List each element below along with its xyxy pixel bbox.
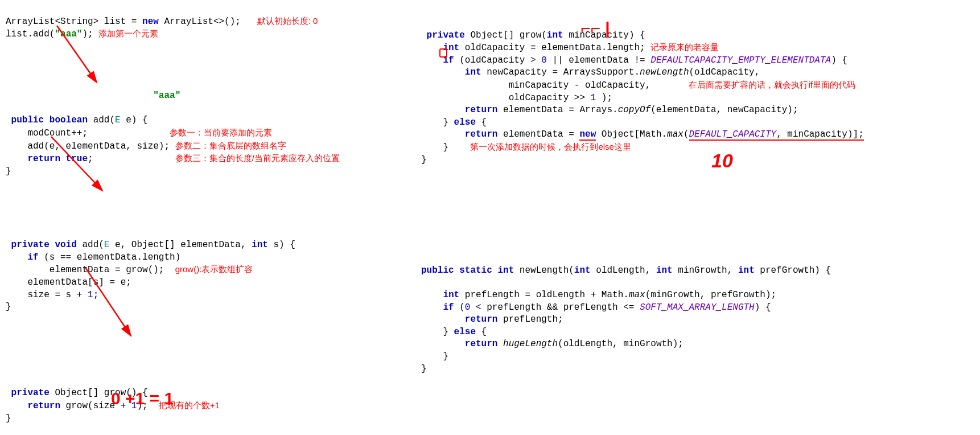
code-line: int newCapacity = ArraysSupport.newLengt…	[421, 67, 760, 77]
code-line: }	[6, 302, 11, 312]
code-line: } 第一次添加数据的时候，会执行到else这里	[421, 142, 631, 153]
arrow-2	[46, 134, 114, 199]
code-line: }	[421, 364, 427, 374]
annotation-if-branch: 在后面需要扩容的话，就会执行if里面的代码	[689, 80, 855, 89]
code-line: } else {	[421, 327, 487, 337]
aaa-label: "aaa"	[153, 91, 180, 101]
annotation-param3: 参数三：集合的长度/当前元素应存入的位置	[175, 153, 340, 163]
arrow-3	[80, 265, 142, 344]
svg-line-0	[57, 26, 97, 83]
code-line: }	[6, 413, 11, 424]
right-code-column: private Object[] grow(int minCapacity) {…	[421, 17, 973, 375]
code-line: return elementData = new Object[Math.max…	[421, 129, 864, 141]
code-line: int prefLength = oldLength + Math.max(mi…	[421, 290, 776, 300]
handdrawn-0plus1: 0 +1 = 1	[111, 387, 174, 411]
arrow-1	[51, 23, 108, 91]
annotation-param1: 参数一：当前要添加的元素	[170, 128, 272, 137]
annotation-param2: 参数二：集合底层的数组名字	[175, 141, 286, 150]
annotation-old-capacity: 记录原来的老容量	[650, 42, 719, 52]
code-line: if (0 < prefLength && prefLength <= SOFT…	[421, 302, 771, 313]
handdrawn-1: ⌐⌐ |	[580, 17, 610, 40]
grow-int-signature: private Object[] grow(int minCapacity) {	[421, 30, 645, 40]
handdrawn-circle-1	[439, 48, 447, 58]
code-line: }	[6, 166, 11, 177]
code-line: if (oldCapacity > 0 || elementData != DE…	[421, 55, 847, 65]
code-line: }	[421, 351, 448, 362]
code-line: if (s == elementData.length)	[6, 252, 180, 262]
code-line: return prefLength;	[421, 314, 563, 325]
code-line: int oldCapacity = elementData.length; 记录…	[421, 43, 719, 53]
handdrawn-10: 10	[711, 148, 733, 174]
add-boolean-signature: public boolean add(E e) {	[6, 115, 148, 125]
code-line: oldCapacity >> 1 );	[421, 93, 612, 103]
code-line: return elementData = Arrays.copyOf(eleme…	[421, 105, 798, 115]
svg-line-2	[85, 268, 131, 336]
annotation-grow: grow():表示数组扩容	[175, 264, 253, 274]
annotation-else-branch: 第一次添加数据的时候，会执行到else这里	[470, 142, 631, 151]
code-line: }	[421, 155, 427, 165]
code-line: } else {	[421, 117, 487, 128]
code-line: return hugeLength(oldLength, minGrowth);	[421, 339, 683, 349]
svg-line-1	[51, 137, 102, 191]
annotation-default-length: 默认初始长度: 0	[257, 16, 318, 26]
newlength-signature: public static int newLength(int oldLengt…	[421, 265, 831, 276]
add-void-signature: private void add(E e, Object[] elementDa…	[6, 240, 295, 250]
code-line: minCapacity - oldCapacity, 在后面需要扩容的话，就会执…	[421, 80, 855, 91]
